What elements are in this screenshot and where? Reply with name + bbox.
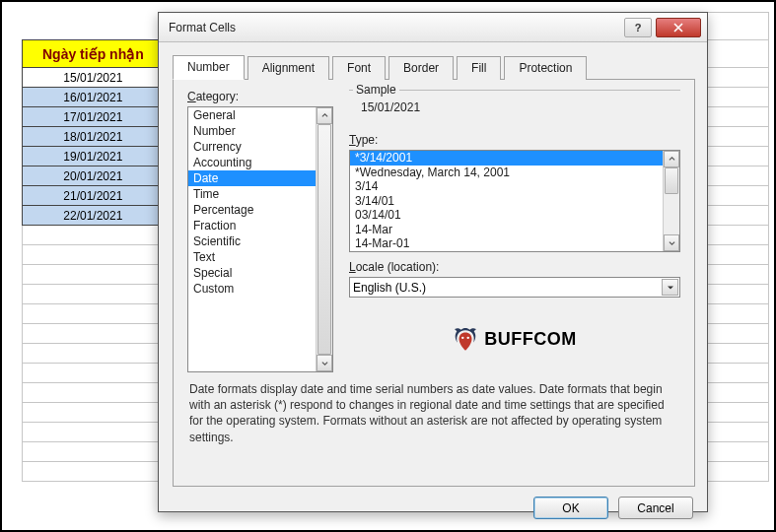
- category-item-date[interactable]: Date: [188, 170, 316, 186]
- category-item-special[interactable]: Special: [188, 265, 316, 281]
- cell[interactable]: 18/01/2021: [23, 127, 164, 147]
- tab-alignment[interactable]: Alignment: [247, 56, 329, 80]
- bull-icon: [453, 327, 478, 353]
- chevron-down-icon: [321, 360, 328, 366]
- type-listbox[interactable]: *3/14/2001 *Wednesday, March 14, 2001 3/…: [349, 150, 680, 252]
- tab-border[interactable]: Border: [388, 56, 454, 80]
- scroll-down-button[interactable]: [317, 355, 332, 371]
- category-item-accounting[interactable]: Accounting: [188, 155, 316, 170]
- number-panel: Category: General Number Currency Accoun…: [173, 79, 695, 487]
- type-item[interactable]: *Wednesday, March 14, 2001: [350, 166, 663, 180]
- type-scrollbar[interactable]: [663, 151, 679, 251]
- cell[interactable]: 21/01/2021: [23, 186, 164, 206]
- column-header[interactable]: Ngày tiếp nhận: [23, 40, 164, 68]
- scroll-up-button[interactable]: [317, 107, 332, 124]
- description-text: Date formats display date and time seria…: [187, 375, 680, 445]
- sample-label: Sample: [353, 83, 399, 97]
- type-label: Type:: [349, 133, 680, 147]
- dialog-title: Format Cells: [159, 21, 624, 34]
- tab-protection[interactable]: Protection: [504, 56, 587, 80]
- tab-fill[interactable]: Fill: [457, 56, 501, 80]
- scroll-down-button[interactable]: [664, 234, 679, 251]
- type-item[interactable]: 3/14/01: [350, 194, 663, 209]
- cancel-button[interactable]: Cancel: [618, 497, 693, 519]
- titlebar: Format Cells ?: [159, 13, 707, 42]
- scroll-up-button[interactable]: [664, 151, 679, 167]
- locale-value: English (U.S.): [353, 281, 426, 295]
- category-item-percentage[interactable]: Percentage: [188, 202, 316, 218]
- sample-value: 15/01/2021: [357, 97, 672, 114]
- scroll-thumb[interactable]: [317, 124, 331, 355]
- scroll-thumb[interactable]: [665, 167, 678, 194]
- category-item-fraction[interactable]: Fraction: [188, 218, 316, 233]
- sample-box: Sample 15/01/2021: [349, 90, 680, 127]
- close-button[interactable]: [656, 18, 701, 37]
- category-item-number[interactable]: Number: [188, 123, 316, 139]
- chevron-up-icon: [321, 112, 328, 119]
- cell[interactable]: 17/01/2021: [23, 107, 164, 127]
- category-item-scientific[interactable]: Scientific: [188, 233, 316, 249]
- type-item[interactable]: 03/14/01: [350, 208, 663, 223]
- cell[interactable]: 20/01/2021: [23, 166, 164, 186]
- category-listbox[interactable]: General Number Currency Accounting Date …: [187, 106, 333, 372]
- category-scrollbar[interactable]: [316, 107, 332, 371]
- cell[interactable]: 16/01/2021: [23, 88, 164, 107]
- help-button[interactable]: ?: [624, 18, 652, 37]
- locale-label: Locale (location):: [349, 260, 680, 274]
- ok-button[interactable]: OK: [533, 497, 608, 519]
- locale-select[interactable]: English (U.S.): [349, 277, 680, 298]
- help-icon: ?: [635, 22, 642, 33]
- cell[interactable]: 15/01/2021: [23, 68, 164, 88]
- cell[interactable]: 22/01/2021: [23, 206, 164, 226]
- format-cells-dialog: Format Cells ? Number Alignment Font Bor…: [158, 12, 708, 512]
- watermark-text: BUFFCOM: [484, 329, 576, 350]
- type-item[interactable]: *3/14/2001: [350, 151, 663, 166]
- watermark: BUFFCOM: [349, 303, 680, 375]
- category-item-text[interactable]: Text: [188, 249, 316, 265]
- type-item[interactable]: 14-Mar: [350, 223, 663, 237]
- chevron-up-icon: [669, 156, 675, 163]
- category-item-custom[interactable]: Custom: [188, 281, 316, 297]
- type-item[interactable]: 14-Mar-01: [350, 236, 663, 251]
- svg-point-1: [467, 336, 469, 338]
- cell[interactable]: 19/01/2021: [23, 147, 164, 166]
- tab-number[interactable]: Number: [173, 55, 245, 80]
- tab-font[interactable]: Font: [332, 56, 386, 80]
- category-label: Category:: [187, 90, 333, 103]
- chevron-down-icon: [669, 239, 675, 246]
- close-icon: [673, 23, 683, 33]
- tab-strip: Number Alignment Font Border Fill Protec…: [159, 42, 707, 79]
- chevron-down-icon: [667, 284, 674, 292]
- svg-point-0: [461, 336, 463, 338]
- category-item-time[interactable]: Time: [188, 186, 316, 202]
- dropdown-button[interactable]: [662, 279, 678, 296]
- type-item[interactable]: 3/14: [350, 179, 663, 194]
- category-item-currency[interactable]: Currency: [188, 139, 316, 155]
- category-item-general[interactable]: General: [188, 107, 316, 123]
